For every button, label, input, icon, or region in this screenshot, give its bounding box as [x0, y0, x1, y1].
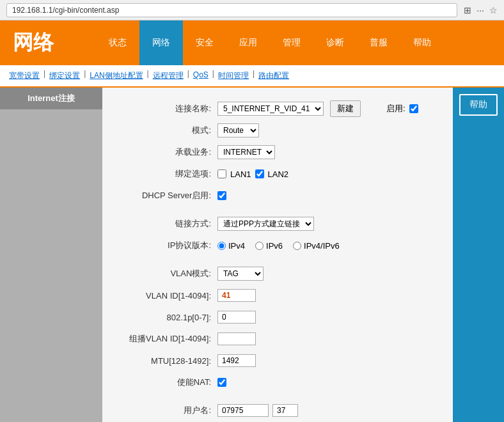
vlan-id-control: [217, 289, 256, 302]
subnav-lan-addr[interactable]: LAN侧地址配置: [87, 69, 145, 82]
ipv4v6-radio[interactable]: [293, 242, 301, 250]
new-button[interactable]: 新建: [330, 100, 361, 117]
bind-control: LAN1 LAN2: [217, 169, 288, 179]
enable-checkbox[interactable]: [409, 104, 418, 113]
main-content: 连接名称: 5_INTERNET_R_VID_41 新建 启用: 模式:: [102, 88, 453, 422]
link-control: 通过PPP方式建立链接: [217, 217, 314, 231]
mtu-row: MTU[128-1492]:: [115, 352, 440, 369]
dhcp-label: DHCP Server启用:: [115, 190, 217, 201]
link-select[interactable]: 通过PPP方式建立链接: [217, 217, 314, 231]
conn-name-control: 5_INTERNET_R_VID_41 新建 启用:: [217, 100, 418, 117]
nat-control: [217, 378, 226, 387]
subnav-time[interactable]: 时间管理: [216, 69, 251, 82]
bind-row: 绑定选项: LAN1 LAN2: [115, 166, 440, 182]
nav-app[interactable]: 应用: [226, 20, 270, 65]
nav-manage[interactable]: 管理: [270, 20, 313, 65]
service-label: 承载业务:: [115, 146, 217, 158]
subnav-route[interactable]: 路由配置: [256, 69, 292, 82]
browser-url[interactable]: 192.168.1.1/cgi-bin/content.asp: [6, 3, 457, 17]
vlan-id-input[interactable]: [217, 289, 256, 302]
ipv6-option: IPv6: [255, 241, 283, 251]
dot1p-row: 802.1p[0-7]:: [115, 309, 440, 325]
nav-help[interactable]: 帮助: [400, 20, 444, 65]
service-row: 承载业务: INTERNET: [115, 144, 440, 160]
username-input[interactable]: [217, 404, 269, 417]
bind-label: 绑定选项:: [115, 168, 217, 180]
ipv4-label: IPv4: [228, 241, 245, 251]
browser-bar: 192.168.1.1/cgi-bin/content.asp ⊞ ··· ☆: [0, 0, 504, 20]
more-icon[interactable]: ···: [476, 5, 484, 15]
vlan-mode-select[interactable]: TAG UNTAG: [217, 267, 264, 281]
nav-menu: 状态 网络 安全 应用 管理 诊断 普服 帮助: [96, 20, 444, 65]
group-vlan-control: [217, 332, 256, 345]
mode-label: 模式:: [115, 125, 217, 136]
app: 网络 状态 网络 安全 应用 管理 诊断 普服 帮助 宽带设置 | 绑定设置 |…: [0, 20, 504, 422]
vlan-mode-control: TAG UNTAG: [217, 267, 264, 281]
mtu-input[interactable]: [217, 354, 256, 367]
username-suffix-input[interactable]: [272, 404, 298, 417]
sidebar-title[interactable]: Internet注接: [0, 88, 102, 109]
vlan-id-label: VLAN ID[1-4094]:: [115, 291, 217, 301]
dot1p-label: 802.1p[0-7]:: [115, 313, 217, 322]
ipv4-radio[interactable]: [217, 242, 226, 250]
nat-checkbox[interactable]: [217, 378, 226, 387]
mtu-control: [217, 354, 256, 367]
ip-version-row: IP协议版本: IPv4 IPv6 IPv4/IPv6: [115, 237, 440, 254]
dot1p-input[interactable]: [217, 311, 256, 324]
nav-status[interactable]: 状态: [96, 20, 139, 65]
sub-nav: 宽带设置 | 绑定设置 | LAN侧地址配置 | 远程管理 | QoS | 时间…: [0, 65, 504, 88]
group-vlan-row: 组播VLAN ID[1-4094]:: [115, 331, 440, 347]
header: 网络 状态 网络 安全 应用 管理 诊断 普服 帮助: [0, 20, 504, 65]
ipv6-radio[interactable]: [255, 242, 264, 250]
conn-name-label: 连接名称:: [115, 103, 217, 114]
ip-label: IP协议版本:: [115, 240, 217, 251]
subnav-binding[interactable]: 绑定设置: [47, 69, 83, 82]
group-vlan-label: 组播VLAN ID[1-4094]:: [115, 333, 217, 345]
star-icon[interactable]: ☆: [489, 5, 498, 15]
nat-label: 使能NAT:: [115, 377, 217, 388]
subnav-qos[interactable]: QoS: [191, 69, 211, 82]
link-label: 链接方式:: [115, 218, 217, 230]
nat-row: 使能NAT:: [115, 374, 440, 391]
ipv4-option: IPv4: [217, 241, 245, 251]
grid-icon[interactable]: ⊞: [464, 5, 471, 15]
dhcp-checkbox[interactable]: [217, 191, 226, 200]
dot1p-control: [217, 311, 256, 324]
conn-name-select[interactable]: 5_INTERNET_R_VID_41: [217, 102, 324, 116]
username-row: 用户名:: [115, 402, 440, 419]
help-panel: 帮助: [453, 88, 504, 422]
username-label: 用户名:: [115, 405, 217, 416]
vlan-mode-label: VLAN模式:: [115, 268, 217, 279]
nav-network[interactable]: 网络: [139, 20, 183, 65]
subnav-broadband[interactable]: 宽带设置: [6, 69, 42, 82]
browser-icons: ⊞ ··· ☆: [464, 5, 498, 15]
help-button[interactable]: 帮助: [459, 94, 498, 116]
lan1-label: LAN1: [230, 169, 251, 179]
subnav-remote[interactable]: 远程管理: [150, 69, 186, 82]
lan2-checkbox[interactable]: [255, 169, 264, 178]
group-vlan-input[interactable]: [217, 332, 256, 345]
lan2-label: LAN2: [268, 169, 289, 179]
ip-control: IPv4 IPv6 IPv4/IPv6: [217, 241, 340, 251]
nav-service[interactable]: 普服: [357, 20, 400, 65]
service-control: INTERNET: [217, 145, 275, 159]
enable-label: 启用:: [386, 103, 406, 114]
lan1-checkbox[interactable]: [217, 169, 226, 178]
link-row: 链接方式: 通过PPP方式建立链接: [115, 215, 440, 232]
mode-row: 模式: Route Bridge: [115, 122, 440, 139]
content-area: Internet注接 连接名称: 5_INTERNET_R_VID_41 新建 …: [0, 88, 504, 422]
mtu-label: MTU[128-1492]:: [115, 356, 217, 366]
service-select[interactable]: INTERNET: [217, 145, 275, 159]
enable-area: 启用:: [386, 103, 418, 114]
nav-security[interactable]: 安全: [183, 20, 226, 65]
conn-name-row: 连接名称: 5_INTERNET_R_VID_41 新建 启用:: [115, 100, 440, 117]
sidebar: Internet注接: [0, 88, 102, 422]
username-control: [217, 404, 298, 417]
dhcp-control: [217, 191, 226, 200]
logo: 网络: [13, 29, 96, 57]
vlan-mode-row: VLAN模式: TAG UNTAG: [115, 265, 440, 282]
nav-diagnose[interactable]: 诊断: [313, 20, 357, 65]
mode-control: Route Bridge: [217, 123, 259, 137]
mode-select[interactable]: Route Bridge: [217, 123, 259, 137]
ipv4v6-option: IPv4/IPv6: [293, 241, 340, 251]
